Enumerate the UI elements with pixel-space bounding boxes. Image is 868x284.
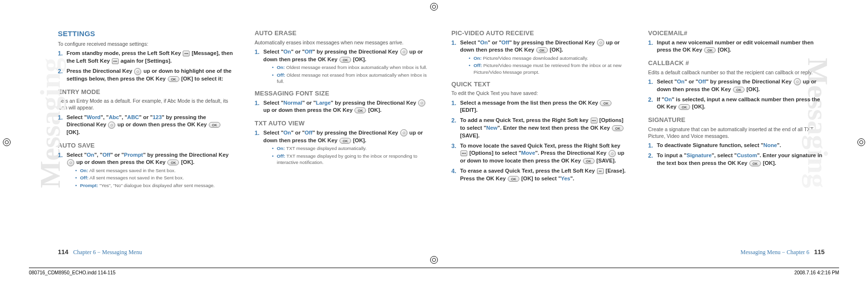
heading-voicemail: VOICEMAIL# — [648, 29, 825, 38]
heading-entry-mode: ENTRY MODE — [58, 88, 234, 96]
txtautoview-note-off: Off: TXT message displayed by going to t… — [272, 153, 431, 165]
quicktext-step-4: To erase a saved Quick Text, press the L… — [451, 167, 628, 183]
ok-key-icon: OK — [704, 47, 716, 53]
ok-key-icon: OK — [536, 47, 548, 53]
page-footer: 114Chapter 6 − Messaging Menu Messaging … — [58, 248, 825, 256]
heading-pic-video: PIC-VIDEO AUTO RECEIVE — [451, 29, 628, 38]
registration-mark-icon — [430, 3, 438, 11]
ok-key-icon: OK — [733, 87, 745, 93]
picvideo-note-on: On: Picture/Video message downloaded aut… — [469, 55, 628, 61]
settings-step-1: From standby mode, press the Left Soft K… — [58, 50, 234, 65]
page-number-right: 115 — [814, 248, 825, 256]
ok-key-icon: OK — [209, 122, 220, 128]
heading-callback: CALLBACK # — [648, 59, 825, 68]
left-soft-key-icon: ••• — [112, 58, 119, 64]
directional-key-icon — [794, 78, 801, 85]
directional-key-icon — [609, 150, 616, 157]
ok-key-icon: OK — [168, 76, 179, 82]
directional-key-icon — [400, 129, 407, 136]
chapter-right: Messaging Menu − Chapter 6 — [741, 249, 810, 256]
column-3: PIC-VIDEO AUTO RECEIVE Select "On" or "O… — [451, 29, 628, 236]
autosave-note-on: On: All sent messages saved in the Sent … — [75, 167, 234, 174]
print-meta-bar: 080716_CDM8950_ECHO.indd 114-115 2008.7.… — [29, 268, 839, 275]
left-soft-key-icon: •• — [597, 168, 604, 174]
callback-step-1: Select "On" or "Off" by pressing the Dir… — [648, 78, 825, 94]
indd-timestamp: 2008.7.16 4:2:16 PM — [794, 270, 839, 275]
autosave-step-1: Select "On", "Off" or "Prompt" by pressi… — [58, 151, 234, 189]
signature-intro: Create a signature that can be automatic… — [648, 126, 825, 139]
autosave-note-prompt: Prompt: "Yes", "No" dialogue box display… — [75, 182, 234, 189]
ok-key-icon: OK — [600, 100, 611, 106]
indd-filename: 080716_CDM8950_ECHO.indd 114-115 — [29, 270, 116, 275]
quicktext-step-2: To add a new Quick Text, press the Right… — [451, 117, 628, 139]
txtautoview-note-on: On: TXT message displayed automatically. — [272, 145, 431, 151]
entry-step-1: Select "Word", "Abc", "ABC" or "123" by … — [58, 114, 234, 136]
callback-intro: Edits a default callback number so that … — [648, 69, 825, 76]
ok-key-icon: OK — [612, 125, 624, 131]
left-soft-key-icon: ••• — [183, 51, 190, 56]
heading-settings: SETTINGS — [58, 29, 234, 39]
fontsize-step-1: Select "Normal" or "Large" by pressing t… — [255, 99, 431, 115]
directional-key-icon — [418, 99, 425, 107]
quick-text-intro: To edit the Quick Text you have saved: — [451, 90, 628, 96]
picvideo-note-off: Off: Picture/Video message must be retri… — [469, 62, 628, 75]
directional-key-icon — [597, 39, 604, 46]
ok-key-icon: OK — [339, 57, 351, 63]
autoerase-note-off: Off: Oldest message not erased from inbo… — [272, 72, 431, 84]
ok-key-icon: OK — [749, 161, 761, 166]
autosave-note-off: Off: All sent messages not saved in the … — [75, 175, 234, 181]
heading-txt-auto-view: TXT AUTO VIEW — [255, 119, 431, 128]
heading-auto-erase: AUTO ERASE — [255, 29, 431, 38]
ok-key-icon: OK — [678, 104, 690, 110]
entry-mode-intro: Sets an Entry Mode as a default. For exa… — [58, 97, 234, 111]
heading-auto-save: AUTO SAVE — [58, 141, 234, 150]
ok-key-icon: OK — [354, 108, 366, 113]
registration-mark-icon — [430, 256, 438, 264]
picvideo-step-1: Select "On" or "Off" by pressing the Dir… — [451, 39, 628, 75]
column-4: VOICEMAIL# Input a new voicemail number … — [648, 29, 825, 236]
settings-step-2: Press the Directional Key up or down to … — [58, 68, 234, 83]
side-label-right: Messaging — [801, 58, 834, 188]
page-number-left: 114 — [58, 248, 68, 256]
heading-signature: SIGNATURE — [648, 116, 825, 124]
autoerase-step-1: Select "On" or "Off" by pressing the Dir… — [255, 48, 431, 84]
voicemail-step-1: Input a new voicemail number or edit voi… — [648, 39, 825, 54]
autoerase-note-on: On: Oldest message erased from inbox aut… — [272, 64, 431, 70]
ok-key-icon: OK — [508, 176, 519, 182]
directional-key-icon — [134, 68, 141, 75]
registration-mark-icon — [857, 138, 865, 146]
directional-key-icon — [400, 48, 407, 55]
signature-step-1: To deactivate Signature function, select… — [648, 142, 825, 149]
quicktext-step-1: Select a message from the list then pres… — [451, 99, 628, 115]
ok-key-icon: OK — [583, 158, 595, 164]
auto-erase-intro: Automatically erases inbox messages when… — [255, 39, 431, 46]
callback-step-2: If "On" is selected, input a new callbac… — [648, 96, 825, 111]
quicktext-step-3: To move locate the saved Quick Text, pre… — [451, 142, 628, 165]
content-columns: SETTINGS To configure received message s… — [58, 29, 825, 236]
ok-key-icon: OK — [167, 160, 179, 165]
column-1: SETTINGS To configure received message s… — [58, 29, 234, 236]
settings-intro: To configure received message settings: — [58, 41, 234, 47]
right-soft-key-icon: ••• — [461, 150, 467, 156]
directional-key-icon — [108, 122, 115, 129]
signature-step-2: To input a "Signature", select "Custom".… — [648, 152, 825, 167]
heading-font-size: MESSAGING FONT SIZE — [255, 89, 431, 98]
directional-key-icon — [67, 159, 74, 166]
chapter-left: Chapter 6 − Messaging Menu — [73, 249, 142, 256]
right-soft-key-icon: ••• — [591, 118, 597, 123]
column-2: AUTO ERASE Automatically erases inbox me… — [255, 29, 431, 236]
ok-key-icon: OK — [339, 138, 351, 144]
registration-mark-icon — [3, 138, 11, 146]
txtautoview-step-1: Select "On" or "Off" by pressing the Dir… — [255, 129, 431, 165]
heading-quick-text: QUICK TEXT — [451, 80, 628, 89]
